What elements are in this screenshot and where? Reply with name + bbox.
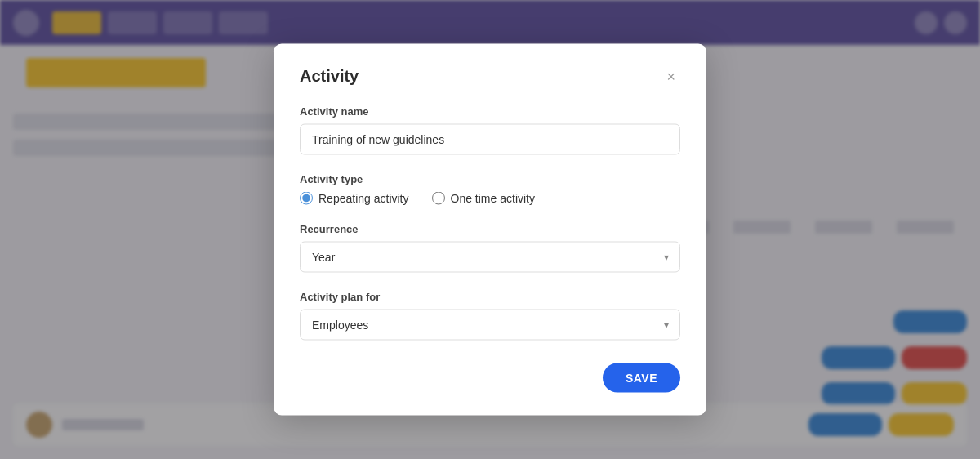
recurrence-select[interactable]: Day Week Month Year (300, 242, 680, 273)
activity-plan-for-label: Activity plan for (300, 291, 680, 303)
modal-title: Activity (300, 67, 359, 86)
onetime-activity-label: One time activity (451, 192, 535, 205)
modal-footer: SAVE (300, 363, 680, 393)
modal-header: Activity × (300, 67, 680, 86)
activity-name-label: Activity name (300, 105, 680, 118)
repeating-activity-label: Repeating activity (318, 192, 409, 205)
activity-type-radio-group: Repeating activity One time activity (300, 192, 680, 205)
repeating-activity-option[interactable]: Repeating activity (300, 192, 409, 205)
recurrence-label: Recurrence (300, 223, 680, 235)
activity-modal: Activity × Activity name Activity type R… (274, 44, 706, 416)
activity-plan-for-group: Activity plan for Employees Teams Depart… (300, 291, 680, 341)
activity-name-input[interactable] (300, 124, 680, 155)
save-button[interactable]: SAVE (603, 363, 680, 393)
repeating-activity-radio[interactable] (300, 192, 313, 205)
activity-plan-for-select[interactable]: Employees Teams Departments (300, 310, 680, 341)
activity-name-group: Activity name (300, 105, 680, 155)
recurrence-group: Recurrence Day Week Month Year ▾ (300, 223, 680, 273)
activity-type-group: Activity type Repeating activity One tim… (300, 173, 680, 205)
recurrence-select-wrapper: Day Week Month Year ▾ (300, 242, 680, 273)
onetime-activity-option[interactable]: One time activity (432, 192, 535, 205)
modal-close-button[interactable]: × (662, 67, 680, 85)
activity-plan-for-select-wrapper: Employees Teams Departments ▾ (300, 310, 680, 341)
activity-type-label: Activity type (300, 173, 680, 185)
onetime-activity-radio[interactable] (432, 192, 445, 205)
